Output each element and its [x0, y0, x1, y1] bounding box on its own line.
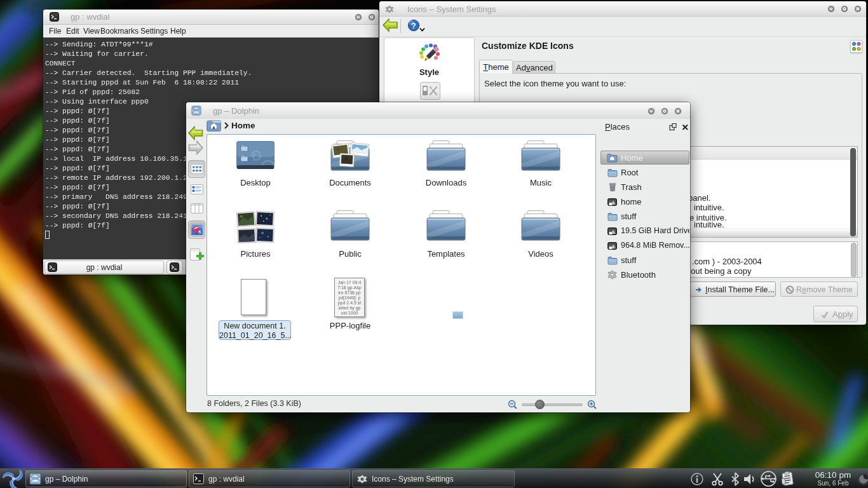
svg-text:?: ? — [411, 21, 416, 30]
